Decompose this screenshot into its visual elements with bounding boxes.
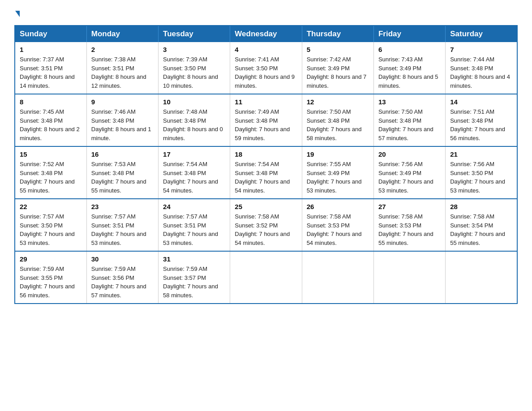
day-info: Sunrise: 7:58 AMSunset: 3:53 PMDaylight:… [307,213,362,246]
calendar-day-cell: 30 Sunrise: 7:59 AMSunset: 3:56 PMDaylig… [86,251,158,304]
day-info: Sunrise: 7:56 AMSunset: 3:49 PMDaylight:… [378,161,433,194]
day-number: 3 [163,46,225,53]
calendar-day-cell: 18 Sunrise: 7:54 AMSunset: 3:48 PMDaylig… [230,146,302,199]
day-info: Sunrise: 7:52 AMSunset: 3:48 PMDaylight:… [20,161,75,194]
day-number: 11 [235,98,297,106]
calendar-day-cell: 26 Sunrise: 7:58 AMSunset: 3:53 PMDaylig… [302,199,373,251]
day-number: 27 [378,203,441,210]
day-info: Sunrise: 7:54 AMSunset: 3:48 PMDaylight:… [163,161,218,194]
calendar-day-cell [302,251,373,304]
calendar-day-cell: 17 Sunrise: 7:54 AMSunset: 3:48 PMDaylig… [159,146,230,199]
day-of-week-header: Thursday [302,26,373,42]
calendar-day-cell: 12 Sunrise: 7:50 AMSunset: 3:48 PMDaylig… [302,94,373,146]
day-number: 21 [450,150,512,158]
day-info: Sunrise: 7:56 AMSunset: 3:50 PMDaylight:… [450,161,505,194]
calendar-day-cell: 7 Sunrise: 7:44 AMSunset: 3:48 PMDayligh… [446,42,517,94]
day-number: 12 [307,98,369,106]
day-info: Sunrise: 7:53 AMSunset: 3:48 PMDaylight:… [91,161,146,194]
day-info: Sunrise: 7:59 AMSunset: 3:57 PMDaylight:… [163,265,218,299]
day-number: 7 [450,46,512,53]
day-info: Sunrise: 7:39 AMSunset: 3:50 PMDaylight:… [163,56,218,89]
day-number: 25 [235,203,297,210]
calendar-day-cell: 20 Sunrise: 7:56 AMSunset: 3:49 PMDaylig… [373,146,445,199]
day-number: 1 [20,46,82,53]
calendar-day-cell: 28 Sunrise: 7:58 AMSunset: 3:54 PMDaylig… [446,199,517,251]
calendar-day-cell: 27 Sunrise: 7:58 AMSunset: 3:53 PMDaylig… [373,199,445,251]
calendar-day-cell: 16 Sunrise: 7:53 AMSunset: 3:48 PMDaylig… [86,146,158,199]
day-number: 14 [450,98,512,106]
day-info: Sunrise: 7:48 AMSunset: 3:48 PMDaylight:… [163,108,223,141]
calendar-day-cell: 15 Sunrise: 7:52 AMSunset: 3:48 PMDaylig… [15,146,86,199]
calendar-week-row: 1 Sunrise: 7:37 AMSunset: 3:51 PMDayligh… [15,42,517,94]
calendar-day-cell: 24 Sunrise: 7:57 AMSunset: 3:51 PMDaylig… [159,199,230,251]
day-number: 10 [163,98,225,106]
day-number: 30 [91,255,154,263]
day-number: 19 [307,150,369,158]
calendar-day-cell [446,251,517,304]
day-info: Sunrise: 7:54 AMSunset: 3:48 PMDaylight:… [235,161,290,194]
day-info: Sunrise: 7:38 AMSunset: 3:51 PMDaylight:… [91,56,146,89]
day-of-week-header: Monday [86,26,158,42]
day-info: Sunrise: 7:58 AMSunset: 3:53 PMDaylight:… [378,213,433,246]
calendar-week-row: 22 Sunrise: 7:57 AMSunset: 3:50 PMDaylig… [15,199,517,251]
calendar-day-cell: 5 Sunrise: 7:42 AMSunset: 3:49 PMDayligh… [302,42,373,94]
day-info: Sunrise: 7:57 AMSunset: 3:50 PMDaylight:… [20,213,75,246]
calendar-day-cell: 25 Sunrise: 7:58 AMSunset: 3:52 PMDaylig… [230,199,302,251]
calendar-day-cell: 10 Sunrise: 7:48 AMSunset: 3:48 PMDaylig… [159,94,230,146]
logo [14,11,20,17]
day-number: 9 [91,98,154,106]
day-number: 20 [378,150,441,158]
calendar-week-row: 15 Sunrise: 7:52 AMSunset: 3:48 PMDaylig… [15,146,517,199]
day-number: 23 [91,203,154,210]
calendar-day-cell: 29 Sunrise: 7:59 AMSunset: 3:55 PMDaylig… [15,251,86,304]
calendar-day-cell: 8 Sunrise: 7:45 AMSunset: 3:48 PMDayligh… [15,94,86,146]
day-info: Sunrise: 7:58 AMSunset: 3:52 PMDaylight:… [235,213,290,246]
day-number: 8 [20,98,82,106]
day-number: 28 [450,203,512,210]
calendar-day-cell: 14 Sunrise: 7:51 AMSunset: 3:48 PMDaylig… [446,94,517,146]
day-number: 5 [307,46,369,53]
calendar-week-row: 8 Sunrise: 7:45 AMSunset: 3:48 PMDayligh… [15,94,517,146]
day-number: 31 [163,255,225,263]
days-of-week-row: SundayMondayTuesdayWednesdayThursdayFrid… [15,26,517,42]
calendar-week-row: 29 Sunrise: 7:59 AMSunset: 3:55 PMDaylig… [15,251,517,304]
day-number: 6 [378,46,441,53]
day-number: 17 [163,150,225,158]
day-number: 15 [20,150,82,158]
calendar-day-cell: 11 Sunrise: 7:49 AMSunset: 3:48 PMDaylig… [230,94,302,146]
day-of-week-header: Tuesday [159,26,230,42]
day-info: Sunrise: 7:57 AMSunset: 3:51 PMDaylight:… [91,213,146,246]
day-info: Sunrise: 7:42 AMSunset: 3:49 PMDaylight:… [307,56,367,89]
day-of-week-header: Wednesday [230,26,302,42]
day-info: Sunrise: 7:44 AMSunset: 3:48 PMDaylight:… [450,56,510,89]
day-number: 18 [235,150,297,158]
calendar-day-cell: 22 Sunrise: 7:57 AMSunset: 3:50 PMDaylig… [15,199,86,251]
day-info: Sunrise: 7:50 AMSunset: 3:48 PMDaylight:… [378,108,433,141]
day-info: Sunrise: 7:59 AMSunset: 3:55 PMDaylight:… [20,265,75,299]
calendar-day-cell: 9 Sunrise: 7:46 AMSunset: 3:48 PMDayligh… [86,94,158,146]
day-info: Sunrise: 7:59 AMSunset: 3:56 PMDaylight:… [91,265,146,299]
day-info: Sunrise: 7:55 AMSunset: 3:49 PMDaylight:… [307,161,362,194]
calendar-day-cell: 21 Sunrise: 7:56 AMSunset: 3:50 PMDaylig… [446,146,517,199]
day-info: Sunrise: 7:46 AMSunset: 3:48 PMDaylight:… [91,108,151,141]
day-of-week-header: Friday [373,26,445,42]
logo-triangle-icon [15,11,20,17]
calendar-day-cell: 3 Sunrise: 7:39 AMSunset: 3:50 PMDayligh… [159,42,230,94]
calendar-day-cell: 4 Sunrise: 7:41 AMSunset: 3:50 PMDayligh… [230,42,302,94]
day-info: Sunrise: 7:57 AMSunset: 3:51 PMDaylight:… [163,213,218,246]
calendar-day-cell: 19 Sunrise: 7:55 AMSunset: 3:49 PMDaylig… [302,146,373,199]
calendar-day-cell: 23 Sunrise: 7:57 AMSunset: 3:51 PMDaylig… [86,199,158,251]
day-info: Sunrise: 7:37 AMSunset: 3:51 PMDaylight:… [20,56,75,89]
calendar-body: 1 Sunrise: 7:37 AMSunset: 3:51 PMDayligh… [15,42,517,304]
calendar-day-cell: 31 Sunrise: 7:59 AMSunset: 3:57 PMDaylig… [159,251,230,304]
calendar-day-cell: 6 Sunrise: 7:43 AMSunset: 3:49 PMDayligh… [373,42,445,94]
day-of-week-header: Sunday [15,26,86,42]
calendar-table: SundayMondayTuesdayWednesdayThursdayFrid… [14,25,518,304]
calendar-day-cell: 1 Sunrise: 7:37 AMSunset: 3:51 PMDayligh… [15,42,86,94]
day-number: 16 [91,150,154,158]
day-info: Sunrise: 7:43 AMSunset: 3:49 PMDaylight:… [378,56,438,89]
day-info: Sunrise: 7:51 AMSunset: 3:48 PMDaylight:… [450,108,505,141]
day-number: 2 [91,46,154,53]
calendar-header: SundayMondayTuesdayWednesdayThursdayFrid… [15,26,517,42]
day-info: Sunrise: 7:45 AMSunset: 3:48 PMDaylight:… [20,108,80,141]
